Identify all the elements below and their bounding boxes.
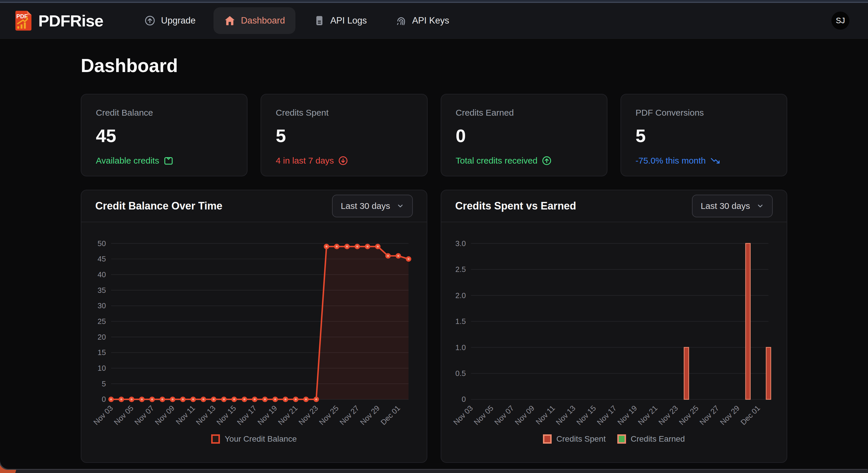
stat-sub: Available credits xyxy=(96,155,232,166)
svg-text:Nov 07: Nov 07 xyxy=(493,404,515,427)
nav-item-api-logs[interactable]: API Logs xyxy=(303,7,377,34)
stat-label: Credits Earned xyxy=(456,108,592,118)
svg-text:20: 20 xyxy=(98,333,106,341)
stat-card-credits-spent: Credits Spent 5 4 in last 7 days xyxy=(260,94,427,176)
svg-text:Nov 03: Nov 03 xyxy=(452,404,474,427)
trending-down-icon xyxy=(710,155,720,166)
legend-swatch xyxy=(543,434,552,444)
nav-item-label: API Keys xyxy=(412,15,450,26)
svg-text:Nov 07: Nov 07 xyxy=(133,404,155,427)
stat-value: 5 xyxy=(276,125,412,146)
range-select-value: Last 30 days xyxy=(701,201,750,211)
line-chart-legend: Your Credit Balance xyxy=(81,434,427,444)
svg-text:Nov 19: Nov 19 xyxy=(616,404,639,427)
svg-text:2.0: 2.0 xyxy=(456,291,466,299)
svg-text:Nov 11: Nov 11 xyxy=(174,404,196,426)
stat-value: 45 xyxy=(96,125,232,146)
stat-sub: 4 in last 7 days xyxy=(276,155,412,166)
chart-title: Credits Spent vs Earned xyxy=(455,200,576,212)
svg-text:Dec 01: Dec 01 xyxy=(379,404,402,427)
svg-text:Nov 27: Nov 27 xyxy=(338,404,361,427)
legend-label: Your Credit Balance xyxy=(224,434,297,444)
bar-chart-legend: Credits Spent Credits Earned xyxy=(441,434,787,444)
nav-menu: Upgrade Dashboard API Logs xyxy=(134,7,460,34)
legend-swatch xyxy=(211,434,220,444)
line-chart-svg[interactable]: 05101520253035404550Nov 03Nov 05Nov 07No… xyxy=(81,222,427,432)
nav-item-upgrade[interactable]: Upgrade xyxy=(134,7,206,34)
svg-text:2.5: 2.5 xyxy=(456,265,466,274)
arrow-up-circle-icon xyxy=(541,155,552,166)
svg-text:Nov 15: Nov 15 xyxy=(575,404,597,427)
stat-card-credits-earned: Credits Earned 0 Total credits received xyxy=(441,94,608,176)
nav-item-label: Dashboard xyxy=(241,15,285,26)
brand[interactable]: PDF PDFRise xyxy=(11,9,103,32)
stat-label: Credit Balance xyxy=(96,108,232,118)
nav-item-dashboard[interactable]: Dashboard xyxy=(214,7,296,34)
home-icon xyxy=(224,15,236,26)
range-select[interactable]: Last 30 days xyxy=(332,195,413,217)
legend-label: Credits Spent xyxy=(556,434,606,444)
chart-header: Credits Spent vs Earned Last 30 days xyxy=(441,190,787,222)
svg-text:40: 40 xyxy=(98,271,106,279)
svg-text:50: 50 xyxy=(98,240,106,248)
stat-sub-text: Available credits xyxy=(96,156,159,166)
svg-text:25: 25 xyxy=(98,317,106,325)
stat-sub: Total credits received xyxy=(456,155,592,166)
nav-item-api-keys[interactable]: API Keys xyxy=(385,7,460,34)
svg-text:Nov 19: Nov 19 xyxy=(256,404,279,427)
svg-text:Nov 05: Nov 05 xyxy=(113,404,135,427)
svg-text:5: 5 xyxy=(102,380,106,388)
svg-text:0.5: 0.5 xyxy=(456,369,466,377)
chart-title: Credit Balance Over Time xyxy=(95,200,222,212)
svg-text:35: 35 xyxy=(98,286,106,294)
nav-item-label: API Logs xyxy=(330,15,367,26)
stat-sub-text: Total credits received xyxy=(456,156,538,166)
svg-text:Nov 25: Nov 25 xyxy=(317,404,340,427)
svg-text:Nov 11: Nov 11 xyxy=(534,404,556,426)
stat-value: 0 xyxy=(456,125,592,146)
svg-text:1.5: 1.5 xyxy=(456,317,466,325)
charts-row: Credit Balance Over Time Last 30 days 05… xyxy=(81,190,787,463)
window-top-strip xyxy=(0,0,868,3)
svg-text:Nov 25: Nov 25 xyxy=(677,404,700,427)
svg-text:Nov 09: Nov 09 xyxy=(153,404,176,427)
svg-text:45: 45 xyxy=(98,255,106,263)
svg-text:Nov 17: Nov 17 xyxy=(595,404,618,427)
chart-card-spent-vs-earned: Credits Spent vs Earned Last 30 days 00.… xyxy=(441,190,787,463)
stat-sub-text: -75.0% this month xyxy=(636,156,706,166)
svg-text:Nov 23: Nov 23 xyxy=(657,404,679,427)
avatar-initials: SJ xyxy=(836,16,845,25)
range-select-value: Last 30 days xyxy=(341,201,390,211)
app-window: PDF PDFRise Upgrade Dashboard xyxy=(0,0,868,469)
range-select[interactable]: Last 30 days xyxy=(692,195,773,217)
chevron-down-icon xyxy=(397,202,404,210)
bar-chart-svg[interactable]: 00.51.01.52.02.53.0Nov 03Nov 05Nov 07Nov… xyxy=(441,222,787,432)
user-avatar[interactable]: SJ xyxy=(831,11,849,30)
stat-sub: -75.0% this month xyxy=(636,155,772,166)
arrow-down-circle-icon xyxy=(338,155,348,166)
svg-text:10: 10 xyxy=(98,364,106,372)
svg-text:Nov 29: Nov 29 xyxy=(718,404,741,427)
brand-name: PDFRise xyxy=(38,11,103,30)
svg-text:Nov 21: Nov 21 xyxy=(637,404,659,427)
svg-text:Nov 15: Nov 15 xyxy=(215,404,238,427)
svg-text:Nov 21: Nov 21 xyxy=(277,404,299,427)
svg-text:PDF: PDF xyxy=(16,13,28,20)
legend-item-credits-earned[interactable]: Credits Earned xyxy=(617,434,685,444)
window-bottom-strip xyxy=(0,469,868,473)
stat-label: Credits Spent xyxy=(276,108,412,118)
svg-text:15: 15 xyxy=(98,348,106,356)
svg-text:0: 0 xyxy=(462,395,466,403)
stat-value: 5 xyxy=(636,125,772,146)
chevron-down-icon xyxy=(756,202,764,210)
svg-text:Nov 05: Nov 05 xyxy=(472,404,495,427)
stat-sub-text: 4 in last 7 days xyxy=(276,156,334,166)
legend-item-credit-balance[interactable]: Your Credit Balance xyxy=(211,434,297,444)
svg-text:3.0: 3.0 xyxy=(456,240,466,248)
stat-card-credit-balance: Credit Balance 45 Available credits xyxy=(81,94,248,176)
svg-text:Nov 13: Nov 13 xyxy=(194,404,217,427)
chart-card-credit-balance: Credit Balance Over Time Last 30 days 05… xyxy=(81,190,427,463)
legend-item-credits-spent[interactable]: Credits Spent xyxy=(543,434,606,444)
svg-text:Nov 09: Nov 09 xyxy=(513,404,536,427)
svg-text:30: 30 xyxy=(98,302,106,310)
